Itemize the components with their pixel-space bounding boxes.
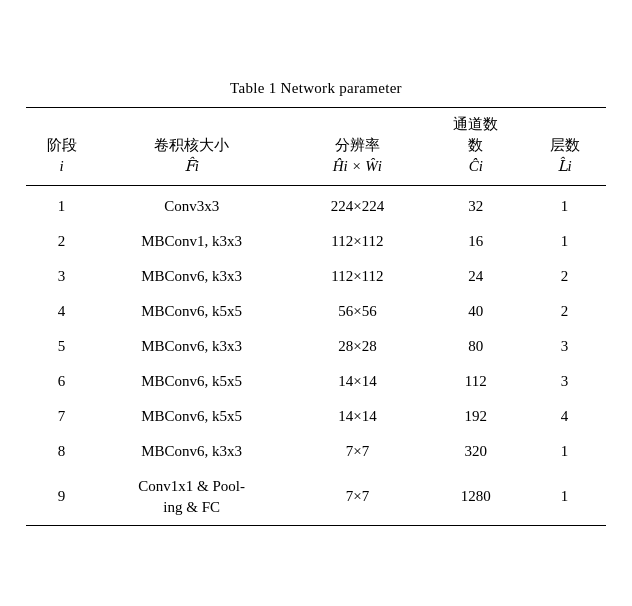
cell-kernel: MBConv6, k3x3 — [97, 434, 286, 469]
header-stage: 阶段 i — [26, 107, 97, 185]
table-container: Table 1 Network parameter 阶段 i 卷积核大小 F̂i… — [26, 80, 606, 527]
cell-stage: 7 — [26, 399, 97, 434]
cell-stage: 1 — [26, 185, 97, 224]
cell-channels: 24 — [428, 259, 523, 294]
cell-kernel: Conv1x1 & Pool-ing & FC — [97, 469, 286, 526]
table-row: 5MBConv6, k3x328×28803 — [26, 329, 606, 364]
cell-channels: 192 — [428, 399, 523, 434]
cell-stage: 5 — [26, 329, 97, 364]
cell-kernel: MBConv6, k5x5 — [97, 294, 286, 329]
cell-layers: 3 — [523, 329, 606, 364]
cell-kernel: MBConv1, k3x3 — [97, 224, 286, 259]
header-kernel: 卷积核大小 F̂i — [97, 107, 286, 185]
cell-layers: 1 — [523, 434, 606, 469]
table-row: 6MBConv6, k5x514×141123 — [26, 364, 606, 399]
cell-resolution: 7×7 — [286, 434, 428, 469]
cell-channels: 80 — [428, 329, 523, 364]
cell-stage: 2 — [26, 224, 97, 259]
table-row: 8MBConv6, k3x37×73201 — [26, 434, 606, 469]
table-row: 3MBConv6, k3x3112×112242 — [26, 259, 606, 294]
table-row: 7MBConv6, k5x514×141924 — [26, 399, 606, 434]
cell-stage: 6 — [26, 364, 97, 399]
cell-kernel: MBConv6, k5x5 — [97, 399, 286, 434]
cell-resolution: 112×112 — [286, 259, 428, 294]
cell-channels: 112 — [428, 364, 523, 399]
cell-channels: 40 — [428, 294, 523, 329]
cell-layers: 1 — [523, 224, 606, 259]
cell-resolution: 224×224 — [286, 185, 428, 224]
table-row: 9Conv1x1 & Pool-ing & FC7×712801 — [26, 469, 606, 526]
cell-stage: 8 — [26, 434, 97, 469]
header-layers: 层数 L̂i — [523, 107, 606, 185]
cell-channels: 1280 — [428, 469, 523, 526]
cell-layers: 1 — [523, 469, 606, 526]
cell-kernel: MBConv6, k3x3 — [97, 329, 286, 364]
network-parameter-table: 阶段 i 卷积核大小 F̂i 分辨率 Ĥi × Ŵi 通道数 数 Ĉi 层数 — [26, 107, 606, 527]
cell-kernel: MBConv6, k5x5 — [97, 364, 286, 399]
cell-layers: 4 — [523, 399, 606, 434]
cell-kernel: MBConv6, k3x3 — [97, 259, 286, 294]
cell-resolution: 28×28 — [286, 329, 428, 364]
table-title: Table 1 Network parameter — [26, 80, 606, 97]
header-resolution: 分辨率 Ĥi × Ŵi — [286, 107, 428, 185]
cell-channels: 16 — [428, 224, 523, 259]
table-row: 4MBConv6, k5x556×56402 — [26, 294, 606, 329]
cell-resolution: 7×7 — [286, 469, 428, 526]
cell-layers: 3 — [523, 364, 606, 399]
cell-layers: 1 — [523, 185, 606, 224]
cell-resolution: 14×14 — [286, 364, 428, 399]
cell-resolution: 112×112 — [286, 224, 428, 259]
cell-resolution: 14×14 — [286, 399, 428, 434]
header-channels: 通道数 数 Ĉi — [428, 107, 523, 185]
cell-stage: 9 — [26, 469, 97, 526]
table-row: 1Conv3x3224×224321 — [26, 185, 606, 224]
cell-channels: 320 — [428, 434, 523, 469]
cell-stage: 4 — [26, 294, 97, 329]
cell-kernel: Conv3x3 — [97, 185, 286, 224]
cell-channels: 32 — [428, 185, 523, 224]
cell-layers: 2 — [523, 294, 606, 329]
cell-stage: 3 — [26, 259, 97, 294]
cell-resolution: 56×56 — [286, 294, 428, 329]
cell-layers: 2 — [523, 259, 606, 294]
table-row: 2MBConv1, k3x3112×112161 — [26, 224, 606, 259]
